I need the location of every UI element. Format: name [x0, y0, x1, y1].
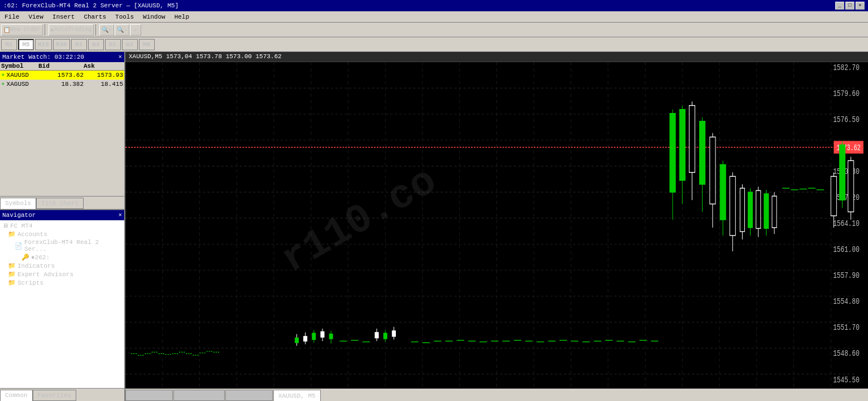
nav-account-id-label: ●262: — [31, 254, 50, 261]
main-layout: Market Watch: 03:22:20 × Symbol Bid Ask … — [0, 52, 868, 401]
svg-rect-68 — [321, 332, 324, 337]
navigator-header: Navigator × — [0, 210, 124, 220]
maximize-button[interactable]: □ — [845, 2, 854, 10]
menu-item-view[interactable]: View — [24, 12, 47, 21]
chart-tab-xauusd-m5[interactable]: XAUUSD, M5 — [273, 390, 321, 401]
period-m30[interactable]: M30 — [53, 39, 70, 50]
svg-rect-79 — [392, 331, 395, 337]
menu-bar: FileViewInsertChartsToolsWindowHelp — [0, 11, 868, 23]
crosshair-button[interactable]: ✛ — [130, 24, 141, 36]
chart-svg: 1582.70 1579.60 1576.50 1573.40 1570.30 … — [125, 62, 868, 401]
period-w1[interactable]: W1 — [122, 39, 138, 50]
svg-rect-136 — [848, 160, 854, 212]
svg-rect-117 — [740, 188, 744, 232]
period-h4[interactable]: H4 — [88, 39, 104, 50]
market-watch-row-xauusd[interactable]: +XAUUSD 1573.62 1573.93 — [0, 71, 124, 80]
svg-text:1567.20: 1567.20 — [833, 193, 860, 203]
close-button[interactable]: × — [856, 2, 865, 10]
market-watch: Market Watch: 03:22:20 × Symbol Bid Ask … — [0, 52, 124, 210]
svg-rect-107 — [689, 106, 695, 173]
folder-ea-icon: 📁 — [8, 271, 16, 278]
svg-rect-132 — [831, 176, 836, 216]
svg-text:1554.80: 1554.80 — [833, 297, 860, 307]
svg-rect-64 — [304, 337, 307, 341]
menu-item-file[interactable]: File — [0, 12, 24, 21]
new-order-button[interactable]: 📋 New Order — [1, 24, 43, 36]
period-m15[interactable]: M15 — [35, 39, 52, 50]
market-watch-close-icon[interactable]: × — [118, 54, 122, 60]
svg-rect-115 — [730, 176, 735, 236]
ask-xagusd: 18.415 — [84, 81, 123, 88]
tab-symbols[interactable]: Symbols — [0, 198, 36, 209]
period-mn[interactable]: MN — [139, 39, 155, 50]
window-controls[interactable]: _ □ × — [835, 2, 865, 10]
nav-scripts-label: Scripts — [18, 280, 43, 286]
period-d1[interactable]: D1 — [105, 39, 121, 50]
ask-column-header: Ask — [84, 63, 123, 69]
key-icon: 🔑 — [21, 254, 29, 261]
bid-xagusd: 18.382 — [38, 81, 84, 88]
nav-fc-mt4[interactable]: 🖥 FC MT4 — [1, 221, 123, 230]
symbol-xauusd: +XAUUSD — [1, 72, 38, 79]
nav-expert-advisors[interactable]: 📁 Expert Advisors — [1, 270, 123, 278]
menu-item-insert[interactable]: Insert — [48, 12, 80, 21]
period-h1[interactable]: H1 — [71, 39, 87, 50]
svg-rect-105 — [679, 110, 685, 181]
period-m5[interactable]: M5 — [18, 39, 34, 50]
title-text: :62: ForexClub-MT4 Real 2 Server — [XAUU… — [3, 2, 178, 9]
svg-text:1557.90: 1557.90 — [833, 271, 860, 281]
navigator-close-icon[interactable]: × — [118, 212, 122, 219]
separator — [95, 24, 98, 36]
market-watch-title: Market Watch: 03:22:20 — [2, 54, 84, 60]
market-watch-tabs: Symbols Tick Chart — [0, 196, 124, 209]
svg-text:1551.70: 1551.70 — [833, 323, 860, 333]
chart-tab-xauusd-h1-1[interactable]: XAUUSD, H1 — [125, 390, 173, 401]
bid-xauusd: 1573.62 — [38, 72, 84, 79]
title-bar: :62: ForexClub-MT4 Real 2 Server — [XAUU… — [0, 0, 868, 11]
svg-rect-121 — [756, 190, 761, 228]
svg-rect-109 — [700, 121, 705, 185]
menu-item-window[interactable]: Window — [138, 12, 170, 21]
svg-rect-113 — [720, 164, 726, 220]
toolbar1: 📋 New Order ▶ AutoTrading 🔍+ 🔍- ✛ — [0, 23, 868, 37]
symbol-column-header: Symbol — [1, 63, 38, 69]
navigator-title: Navigator — [2, 212, 36, 219]
nav-scripts[interactable]: 📁 Scripts — [1, 278, 123, 287]
nav-fc-mt4-label: FC MT4 — [10, 223, 33, 229]
nav-indicators-label: Indicators — [18, 263, 55, 269]
svg-rect-123 — [764, 194, 769, 228]
candlestick-chart[interactable]: r110.co — [125, 62, 868, 401]
period-m1[interactable]: M1 — [1, 39, 17, 50]
chart-tab-xauusd-h1-2[interactable]: XAUUSD, H1 — [225, 390, 273, 401]
nav-account-server[interactable]: 📄 ForexClub-MT4 Real 2 Ser... — [1, 238, 123, 253]
chart-tab-xauusd-m30[interactable]: XAUUSD, M30 — [173, 390, 225, 401]
navigator: Navigator × 🖥 FC MT4 📁 Accounts 📄 ForexC… — [0, 210, 124, 401]
folder-icon: 📁 — [8, 230, 16, 238]
nav-accounts-label: Accounts — [18, 231, 47, 238]
market-watch-row-xagusd[interactable]: +XAGUSD 18.382 18.415 — [0, 80, 124, 89]
tab-favorites[interactable]: Favorites — [33, 390, 76, 401]
chart-area: XAUUSD,M5 1573,04 1573.78 1573.00 1573.6… — [125, 52, 868, 401]
menu-item-charts[interactable]: Charts — [79, 12, 111, 21]
nav-account-id[interactable]: 🔑 ●262: — [1, 253, 123, 261]
svg-text:1582.70: 1582.70 — [833, 63, 860, 72]
svg-rect-75 — [375, 333, 378, 338]
svg-text:1576.50: 1576.50 — [833, 115, 860, 124]
nav-accounts[interactable]: 📁 Accounts — [1, 230, 123, 238]
minimize-button[interactable]: _ — [835, 2, 844, 10]
svg-rect-103 — [670, 114, 675, 193]
period-toolbar: M1 M5 M15 M30 H1 H4 D1 W1 MN — [0, 37, 868, 52]
zoom-out-button[interactable]: 🔍- — [115, 24, 129, 36]
menu-item-tools[interactable]: Tools — [111, 12, 138, 21]
zoom-in-button[interactable]: 🔍+ — [99, 24, 114, 36]
menu-item-help[interactable]: Help — [170, 12, 194, 21]
autotrading-button[interactable]: ▶ AutoTrading — [49, 24, 94, 36]
svg-text:1579.60: 1579.60 — [833, 89, 860, 98]
svg-text:1570.30: 1570.30 — [833, 167, 860, 177]
nav-expert-advisors-label: Expert Advisors — [18, 271, 73, 278]
nav-indicators[interactable]: 📁 Indicators — [1, 261, 123, 270]
tab-tick-chart[interactable]: Tick Chart — [36, 198, 84, 209]
folder-scripts-icon: 📁 — [8, 279, 16, 286]
tab-common[interactable]: Common — [0, 390, 33, 401]
svg-text:1564.10: 1564.10 — [833, 219, 860, 229]
